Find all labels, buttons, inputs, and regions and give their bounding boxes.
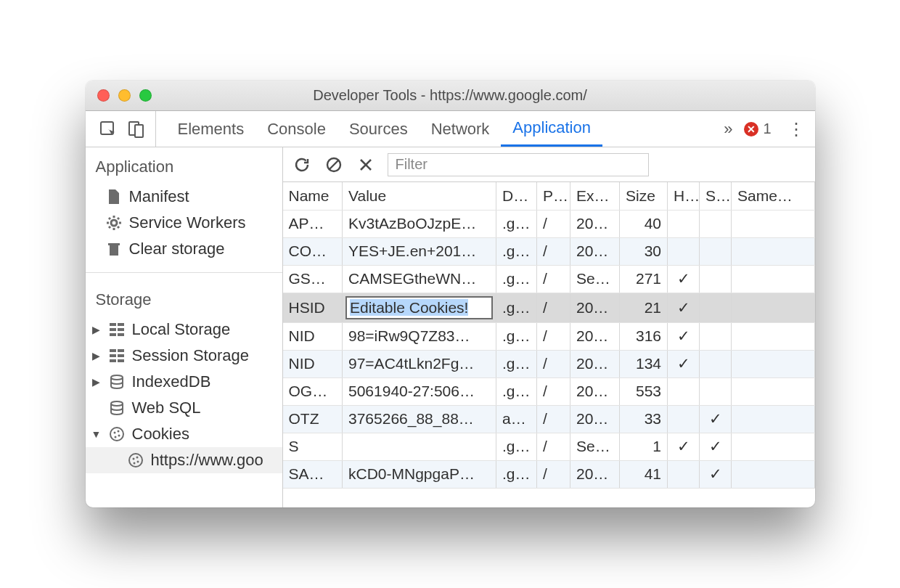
cell[interactable]: ✓ — [668, 293, 700, 322]
cell[interactable] — [700, 350, 732, 377]
cell[interactable] — [668, 210, 700, 237]
col-size[interactable]: Size — [620, 182, 668, 210]
cell[interactable]: ✓ — [668, 265, 700, 293]
cell[interactable]: .g… — [496, 322, 537, 350]
table-row[interactable]: NID97=AC4tLkn2Fg….g…/20…134✓ — [283, 350, 815, 377]
cell[interactable] — [700, 322, 732, 350]
cell[interactable]: .g… — [496, 210, 537, 237]
sidebar-item-manifest[interactable]: Manifest — [86, 184, 282, 210]
cell[interactable]: kCD0-MNgpgaP… — [343, 460, 496, 488]
col-value[interactable]: Value — [343, 182, 496, 210]
cell[interactable]: 271 — [620, 265, 668, 293]
cell[interactable]: ✓ — [668, 322, 700, 350]
tab-network[interactable]: Network — [420, 111, 502, 147]
cell[interactable]: OTZ — [283, 405, 343, 433]
cell[interactable]: Se… — [570, 433, 620, 460]
cell[interactable]: NID — [283, 350, 343, 377]
sidebar-item-service-workers[interactable]: Service Workers — [86, 210, 282, 236]
disclosure-triangle-icon[interactable]: ▶ — [91, 324, 102, 335]
inspect-element-icon[interactable] — [99, 120, 118, 139]
cell[interactable] — [700, 237, 732, 265]
sidebar-item-websql[interactable]: Web SQL — [86, 395, 282, 421]
cell[interactable]: 97=AC4tLkn2Fg… — [343, 350, 496, 377]
col-name[interactable]: Name — [283, 182, 343, 210]
cell[interactable] — [668, 377, 700, 405]
cell[interactable]: S — [283, 433, 343, 460]
cell[interactable]: 5061940-27:506… — [343, 377, 496, 405]
cell[interactable] — [700, 377, 732, 405]
cell[interactable]: / — [537, 210, 570, 237]
cell[interactable]: CO… — [283, 237, 343, 265]
cell[interactable]: 20… — [570, 293, 620, 322]
cell[interactable] — [700, 293, 732, 322]
cell[interactable]: ✓ — [700, 460, 732, 488]
cell[interactable]: .g… — [496, 265, 537, 293]
cell[interactable]: 20… — [570, 377, 620, 405]
cell[interactable]: / — [537, 460, 570, 488]
cell[interactable]: AP… — [283, 210, 343, 237]
cell[interactable]: 20… — [570, 350, 620, 377]
cell[interactable] — [732, 377, 815, 405]
table-row[interactable]: HSIDEditable Cookies!.g…/20…21✓ — [283, 293, 815, 322]
cell[interactable] — [732, 293, 815, 322]
table-row[interactable]: GS…CAMSEGtheWN….g…/Se…271✓ — [283, 265, 815, 293]
cell[interactable]: .g… — [496, 377, 537, 405]
cell[interactable]: Se… — [570, 265, 620, 293]
disclosure-triangle-icon[interactable]: ▼ — [91, 428, 102, 440]
disclosure-triangle-icon[interactable]: ▶ — [91, 376, 102, 388]
close-window-button[interactable] — [97, 89, 110, 102]
col-path[interactable]: P… — [537, 182, 570, 210]
tabs-overflow-button[interactable]: » — [724, 120, 732, 139]
cell[interactable]: 20… — [570, 322, 620, 350]
cell[interactable]: 20… — [570, 210, 620, 237]
cell[interactable]: 21 — [620, 293, 668, 322]
cell[interactable]: / — [537, 293, 570, 322]
col-expires[interactable]: Ex… — [570, 182, 620, 210]
cell[interactable]: 98=iRw9Q7Z83… — [343, 322, 496, 350]
cell[interactable]: 41 — [620, 460, 668, 488]
cell[interactable]: 20… — [570, 405, 620, 433]
col-secure[interactable]: Se… — [700, 182, 732, 210]
cell[interactable]: NID — [283, 322, 343, 350]
cell[interactable] — [668, 237, 700, 265]
table-row[interactable]: SA…kCD0-MNgpgaP….g…/20…41✓ — [283, 460, 815, 488]
cell[interactable]: GS… — [283, 265, 343, 293]
delete-selected-button[interactable] — [356, 155, 376, 175]
cell[interactable] — [732, 350, 815, 377]
cell[interactable]: ✓ — [700, 433, 732, 460]
cell[interactable]: 316 — [620, 322, 668, 350]
cell[interactable]: ✓ — [668, 433, 700, 460]
minimize-window-button[interactable] — [118, 89, 131, 102]
cell[interactable] — [732, 265, 815, 293]
sidebar-item-indexeddb[interactable]: ▶ IndexedDB — [86, 369, 282, 395]
settings-menu-button[interactable]: ⋮ — [783, 119, 809, 139]
table-row[interactable]: OG…5061940-27:506….g…/20…553 — [283, 377, 815, 405]
table-row[interactable]: NID98=iRw9Q7Z83….g…/20…316✓ — [283, 322, 815, 350]
col-httponly[interactable]: H… — [668, 182, 700, 210]
sidebar-item-session-storage[interactable]: ▶ Session Storage — [86, 343, 282, 369]
cell[interactable]: OG… — [283, 377, 343, 405]
cell[interactable]: SA… — [283, 460, 343, 488]
cell[interactable]: / — [537, 405, 570, 433]
cell[interactable]: / — [537, 350, 570, 377]
cell[interactable] — [700, 210, 732, 237]
cell[interactable]: CAMSEGtheWN… — [343, 265, 496, 293]
cell[interactable]: .g… — [496, 433, 537, 460]
zoom-window-button[interactable] — [139, 89, 152, 102]
table-row[interactable]: S.g…/Se…1✓✓ — [283, 433, 815, 460]
cell[interactable]: / — [537, 322, 570, 350]
col-samesite[interactable]: Same… — [732, 182, 815, 210]
error-count-badge[interactable]: ✕ 1 — [744, 121, 771, 137]
cell[interactable]: ✓ — [668, 350, 700, 377]
cell[interactable]: 20… — [570, 237, 620, 265]
cell[interactable]: .g… — [496, 350, 537, 377]
cell[interactable]: a… — [496, 405, 537, 433]
refresh-button[interactable] — [292, 155, 312, 175]
col-domain[interactable]: D… — [496, 182, 537, 210]
cell[interactable]: 33 — [620, 405, 668, 433]
cell[interactable]: / — [537, 433, 570, 460]
cell[interactable]: HSID — [283, 293, 343, 322]
cell[interactable]: / — [537, 237, 570, 265]
cell[interactable] — [343, 433, 496, 460]
cell[interactable]: 553 — [620, 377, 668, 405]
